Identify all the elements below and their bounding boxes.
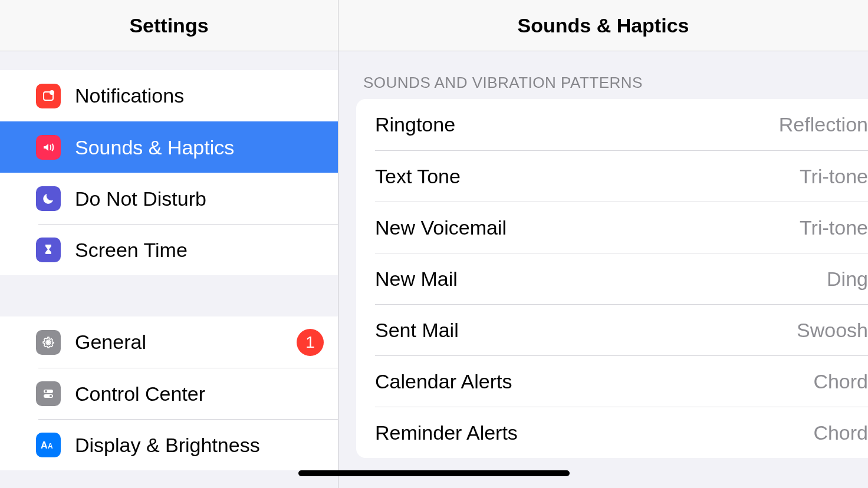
gear-icon bbox=[36, 330, 61, 355]
detail-header: Sounds & Haptics bbox=[338, 0, 868, 51]
svg-point-1 bbox=[50, 90, 54, 95]
sidebar-item-do-not-disturb[interactable]: Do Not Disturb bbox=[0, 173, 338, 224]
detail-row-ringtone[interactable]: Ringtone Reflection bbox=[356, 99, 868, 150]
sidebar-item-label: General bbox=[75, 331, 297, 354]
detail-row-label: Calendar Alerts bbox=[375, 370, 808, 393]
settings-split-view: Settings Notifications bbox=[0, 0, 868, 488]
sidebar-item-label: Do Not Disturb bbox=[75, 187, 324, 210]
svg-point-4 bbox=[45, 390, 47, 393]
detail-row-value: Tri-tone bbox=[800, 165, 868, 188]
svg-text:A: A bbox=[41, 440, 48, 450]
sidebar-item-display-brightness[interactable]: AA Display & Brightness bbox=[0, 419, 338, 470]
sidebar-title: Settings bbox=[129, 14, 208, 37]
detail-row-value: Tri-tone bbox=[800, 216, 868, 239]
detail-row-value: Swoosh bbox=[797, 319, 868, 342]
sidebar-item-sounds-haptics[interactable]: Sounds & Haptics bbox=[0, 121, 338, 173]
sidebar-item-label: Control Center bbox=[75, 383, 324, 405]
detail-row-value: Chord bbox=[813, 421, 868, 444]
sidebar-item-label: Display & Brightness bbox=[75, 434, 324, 457]
sounds-icon bbox=[36, 135, 61, 160]
detail-row-label: New Voicemail bbox=[375, 216, 795, 239]
detail-row-value: Reflection bbox=[779, 113, 868, 136]
sounds-list: Ringtone Reflection Text Tone Tri-tone N… bbox=[356, 99, 868, 458]
detail-row-new-mail[interactable]: New Mail Ding bbox=[356, 253, 868, 304]
sidebar-item-label: Screen Time bbox=[75, 239, 324, 262]
detail-panel: Sounds & Haptics SOUNDS AND VIBRATION PA… bbox=[338, 0, 868, 488]
section-header: SOUNDS AND VIBRATION PATTERNS bbox=[338, 51, 868, 99]
detail-row-value: Ding bbox=[827, 268, 868, 291]
sidebar-header: Settings bbox=[0, 0, 338, 51]
detail-row-label: Sent Mail bbox=[375, 319, 792, 342]
svg-point-2 bbox=[47, 341, 50, 344]
detail-row-label: Ringtone bbox=[375, 113, 774, 136]
sidebar-item-control-center[interactable]: Control Center bbox=[0, 368, 338, 419]
sidebar-item-notifications[interactable]: Notifications bbox=[0, 70, 338, 121]
detail-title: Sounds & Haptics bbox=[518, 14, 689, 37]
detail-row-text-tone[interactable]: Text Tone Tri-tone bbox=[356, 150, 868, 202]
detail-body: SOUNDS AND VIBRATION PATTERNS Ringtone R… bbox=[338, 51, 868, 488]
sidebar-item-general[interactable]: General 1 bbox=[0, 316, 338, 368]
notification-badge: 1 bbox=[297, 329, 324, 356]
sidebar-item-label: Notifications bbox=[75, 84, 324, 107]
svg-point-6 bbox=[50, 395, 52, 397]
sidebar-item-label: Sounds & Haptics bbox=[75, 136, 324, 159]
detail-row-reminder-alerts[interactable]: Reminder Alerts Chord bbox=[356, 407, 868, 458]
detail-row-label: Reminder Alerts bbox=[375, 421, 808, 444]
settings-sidebar: Settings Notifications bbox=[0, 0, 338, 488]
sidebar-body: Notifications Sounds & Haptics bbox=[0, 51, 338, 488]
detail-row-label: New Mail bbox=[375, 268, 822, 291]
moon-icon bbox=[36, 186, 61, 211]
notifications-icon bbox=[36, 84, 61, 108]
svg-text:A: A bbox=[48, 442, 53, 450]
toggles-icon bbox=[36, 381, 61, 406]
text-size-icon: AA bbox=[36, 433, 61, 457]
sidebar-group: General 1 Control Center A bbox=[0, 316, 338, 470]
hourglass-icon bbox=[36, 238, 61, 262]
detail-row-sent-mail[interactable]: Sent Mail Swoosh bbox=[356, 304, 868, 355]
sidebar-group: Notifications Sounds & Haptics bbox=[0, 70, 338, 275]
sidebar-item-screen-time[interactable]: Screen Time bbox=[0, 224, 338, 275]
detail-row-new-voicemail[interactable]: New Voicemail Tri-tone bbox=[356, 202, 868, 253]
detail-row-calendar-alerts[interactable]: Calendar Alerts Chord bbox=[356, 355, 868, 407]
detail-row-value: Chord bbox=[813, 370, 868, 393]
detail-row-label: Text Tone bbox=[375, 165, 795, 188]
home-indicator[interactable] bbox=[298, 470, 570, 476]
